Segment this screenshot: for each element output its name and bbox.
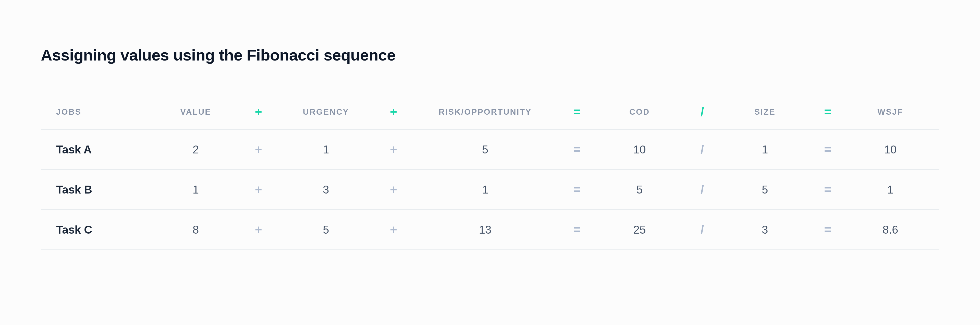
cell-risk: 5: [417, 143, 552, 156]
plus-icon: +: [369, 183, 417, 197]
header-cod: COD: [601, 107, 678, 117]
table-row: Task A 2 + 1 + 5 = 10 / 1 = 10: [41, 130, 939, 170]
plus-icon: +: [369, 223, 417, 237]
equals-icon: =: [803, 142, 852, 156]
cell-size: 1: [726, 143, 803, 156]
header-wsjf: WSJF: [852, 107, 929, 117]
header-urgency: URGENCY: [283, 107, 369, 117]
equals-icon: =: [553, 223, 601, 237]
header-risk: RISK/OPPORTUNITY: [417, 107, 552, 117]
job-name: Task B: [51, 183, 157, 196]
cell-cod: 25: [601, 223, 678, 236]
cell-size: 3: [726, 223, 803, 236]
plus-icon: +: [234, 183, 283, 197]
equals-icon: =: [553, 142, 601, 156]
plus-icon: +: [234, 142, 283, 156]
cell-size: 5: [726, 183, 803, 196]
divide-icon: /: [678, 183, 726, 197]
divide-icon: /: [678, 105, 726, 119]
cell-wsjf: 1: [852, 183, 929, 196]
plus-icon: +: [369, 142, 417, 156]
cell-urgency: 3: [283, 183, 369, 196]
cell-wsjf: 8.6: [852, 223, 929, 236]
header-size: SIZE: [726, 107, 803, 117]
equals-icon: =: [553, 105, 601, 119]
equals-icon: =: [803, 105, 852, 119]
equals-icon: =: [553, 183, 601, 197]
cell-value: 8: [157, 223, 234, 236]
cell-urgency: 5: [283, 223, 369, 236]
job-name: Task C: [51, 223, 157, 236]
plus-icon: +: [234, 223, 283, 237]
equals-icon: =: [803, 183, 852, 197]
plus-icon: +: [369, 105, 417, 119]
header-jobs: JOBS: [51, 107, 157, 117]
cell-risk: 1: [417, 183, 552, 196]
table-row: Task B 1 + 3 + 1 = 5 / 5 = 1: [41, 170, 939, 210]
table-row: Task C 8 + 5 + 13 = 25 / 3 = 8.6: [41, 210, 939, 250]
cell-wsjf: 10: [852, 143, 929, 156]
table-header-row: JOBS VALUE + URGENCY + RISK/OPPORTUNITY …: [41, 95, 939, 130]
cell-value: 1: [157, 183, 234, 196]
cell-cod: 10: [601, 143, 678, 156]
cell-cod: 5: [601, 183, 678, 196]
cell-value: 2: [157, 143, 234, 156]
divide-icon: /: [678, 223, 726, 237]
page-title: Assigning values using the Fibonacci seq…: [41, 46, 939, 64]
divide-icon: /: [678, 142, 726, 156]
cell-risk: 13: [417, 223, 552, 236]
equals-icon: =: [803, 223, 852, 237]
wsjf-table: JOBS VALUE + URGENCY + RISK/OPPORTUNITY …: [41, 95, 939, 250]
plus-icon: +: [234, 105, 283, 119]
header-value: VALUE: [157, 107, 234, 117]
cell-urgency: 1: [283, 143, 369, 156]
job-name: Task A: [51, 143, 157, 156]
